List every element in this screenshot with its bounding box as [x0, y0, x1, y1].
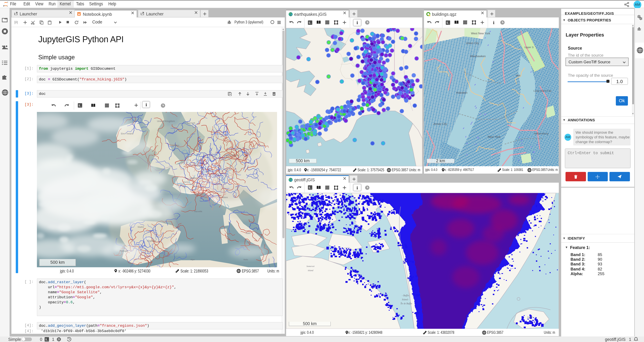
svg-text:España: España	[148, 239, 156, 242]
svg-text:Island: Island	[308, 269, 314, 272]
svg-text:$_: $_	[308, 21, 312, 24]
svg-text:Nantes: Nantes	[184, 181, 189, 183]
svg-text:Jersey City: Jersey City	[433, 122, 447, 125]
svg-text:$_: $_	[45, 338, 49, 341]
svg-text:$_: $_	[308, 187, 312, 190]
svg-text:i: i	[356, 21, 358, 25]
svg-text:Marseille: Marseille	[194, 210, 202, 213]
svg-text:Ísland: Ísland	[527, 316, 533, 318]
svg-text:Alger: Alger	[190, 259, 195, 261]
svg-text:Île de Baffin: Île de Baffin	[400, 302, 412, 305]
svg-text:London: London	[172, 144, 179, 147]
svg-text:Danmark: Danmark	[187, 122, 196, 124]
svg-text:New York: New York	[488, 135, 500, 138]
svg-text:Hoboken: Hoboken	[456, 91, 468, 94]
svg-text:Weehawken: Weehawken	[470, 54, 486, 58]
svg-text:$_: $_	[446, 21, 450, 24]
svg-text:i: i	[356, 186, 358, 190]
svg-text:Eire / Ireland: Eire / Ireland	[121, 132, 133, 135]
svg-text:France: France	[190, 177, 198, 179]
svg-text:i: i	[493, 21, 494, 25]
svg-text:Upper S: Upper S	[524, 45, 534, 48]
svg-text:- Baffin: - Baffin	[402, 294, 409, 297]
svg-text:Malta: Malta	[244, 259, 248, 261]
svg-text:Madrid: Madrid	[138, 226, 144, 228]
svg-text:Deutschland: Deutschland	[224, 154, 238, 157]
svg-text:Portugal: Portugal	[120, 250, 128, 252]
svg-text:i: i	[146, 102, 147, 107]
svg-text:United Kingdom: United Kingdom	[157, 120, 175, 122]
svg-text:$_: $_	[78, 104, 82, 107]
svg-text:West New York: West New York	[471, 32, 490, 35]
svg-text:Italia: Italia	[246, 232, 250, 234]
svg-text:Somerset: Somerset	[306, 265, 314, 268]
svg-text:Long Island City: Long Island City	[534, 89, 552, 92]
svg-text:Union City: Union City	[466, 41, 479, 44]
svg-text:Milano: Milano	[222, 196, 228, 199]
svg-text:Williamsburg: Williamsburg	[534, 132, 548, 135]
svg-text:Island -: Island -	[402, 298, 409, 301]
svg-text:Midt: Midt	[516, 74, 520, 77]
